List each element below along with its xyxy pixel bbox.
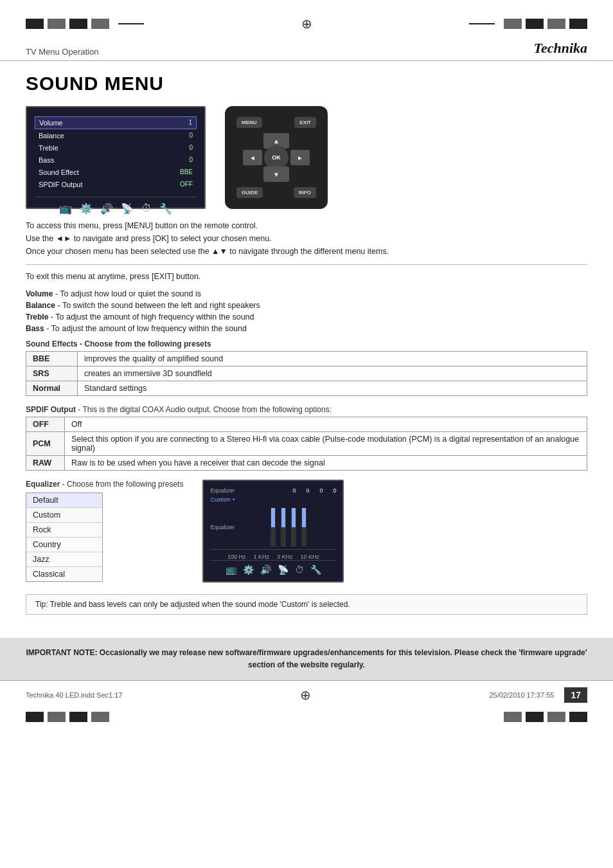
page-number: 17: [564, 687, 587, 703]
eq-val-1: 0: [292, 487, 296, 494]
reg-block-2: [48, 19, 66, 29]
list-item: Classical: [26, 567, 102, 581]
tv-menu-value-balance: 0: [189, 132, 193, 140]
reg-block-8: [569, 19, 587, 29]
normal-desc: Standard settings: [78, 381, 587, 396]
remote-top-row: MENU EXIT: [231, 117, 321, 128]
list-item: Country: [26, 538, 102, 552]
eq-icon-6: 🔧: [310, 565, 321, 575]
reg-mark-bottom-right: [504, 712, 587, 722]
reg-block-7: [547, 19, 565, 29]
instruction-line3: Once your chosen menu has been selected …: [26, 245, 587, 258]
tv-menu-item-soundeffect: Sound Effect BBE: [35, 167, 197, 178]
eq-icon-5: ⏱: [295, 565, 304, 575]
table-row: SRS creates an immersive 3D soundfield: [26, 366, 587, 381]
bbe-option: BBE: [26, 352, 78, 366]
tip-box: Tip: Treble and bass levels can only be …: [26, 594, 587, 615]
tip-text: Tip: Treble and bass levels can only be …: [35, 600, 350, 609]
eq-val-3: 0: [319, 487, 323, 494]
tv-menu-value-spdif: OFF: [180, 181, 193, 188]
list-item: Default: [26, 493, 102, 508]
reg-line-left: [118, 23, 144, 24]
off-desc: Off: [65, 417, 587, 432]
table-row: BBE improves the quality of amplified so…: [26, 352, 587, 366]
tv-icon-6: 🔧: [159, 203, 172, 215]
eq-bar-1khz: [281, 508, 286, 547]
footer-file: Technika 40 LED.indd Sec1:17: [26, 691, 122, 699]
freq-10khz: 10 KHz: [300, 554, 319, 560]
freq-100hz: 100 Hz: [227, 554, 246, 560]
eq-screen-top: Equalizer 0 0 0 0: [210, 487, 336, 494]
right-button: ►: [290, 150, 310, 165]
feature-bass: Bass - To adjust the amount of low frequ…: [26, 324, 587, 333]
divider-1: [26, 264, 587, 265]
footer-right: 25/02/2010 17:37:55 17: [489, 687, 587, 703]
table-row: PCM Select this option if you are connec…: [26, 432, 587, 456]
tv-menu-item-volume: Volume 1: [35, 116, 197, 129]
remote-bottom-row: GUIDE INFO: [231, 187, 321, 198]
reg-block-b4: [91, 712, 109, 722]
table-row: OFF Off: [26, 417, 587, 432]
feature-balance-label: Balance: [26, 301, 55, 310]
eq-bars-side-label: Equalizer: [210, 524, 235, 530]
eq-bar-fill-3: [292, 508, 296, 527]
tv-icon-3: 🔊: [100, 203, 113, 215]
brand-logo: Technika: [533, 40, 587, 57]
feature-treble-label: Treble: [26, 312, 48, 321]
reg-block-b3: [69, 712, 87, 722]
eq-bar-fill-2: [281, 508, 285, 527]
eq-header: Equalizer - Choose from the following pr…: [26, 480, 183, 489]
reg-crosshair-bottom: [298, 687, 314, 703]
reg-block-1: [26, 19, 44, 29]
eq-header-desc: - Choose from the following presets: [62, 480, 184, 489]
reg-block-b7: [547, 712, 565, 722]
eq-bar-fill-1: [271, 508, 275, 527]
tv-menu-value-soundeffect: BBE: [180, 168, 193, 176]
reg-block-6: [526, 19, 544, 29]
eq-values: 0 0 0 0: [292, 487, 336, 494]
reg-block-b5: [504, 712, 522, 722]
tv-menu-label-spdif: SPDIF Output: [39, 181, 82, 188]
footer: Technika 40 LED.indd Sec1:17 25/02/2010 …: [0, 680, 613, 709]
eq-icon-2: ⚙️: [243, 565, 254, 575]
feature-bass-label: Bass: [26, 324, 44, 333]
eq-icon-1: 📺: [226, 565, 236, 575]
srs-desc: creates an immersive 3D soundfield: [78, 366, 587, 381]
instructions: To access this menu, press [MENU] button…: [26, 219, 587, 258]
tv-menu-value-volume: 1: [188, 119, 192, 127]
reg-line-right: [469, 23, 495, 24]
tv-menu-item-spdif: SPDIF Output OFF: [35, 179, 197, 190]
reg-block-4: [91, 19, 109, 29]
reg-block-b1: [26, 712, 44, 722]
page-title: SOUND MENU: [26, 73, 587, 95]
list-item: Rock: [26, 523, 102, 538]
down-button: ▼: [263, 167, 289, 182]
eq-label: Equalizer: [26, 480, 60, 489]
eq-icon-3: 🔊: [260, 565, 271, 575]
tv-menu-value-bass: 0: [189, 156, 193, 164]
guide-button: GUIDE: [236, 187, 263, 198]
tv-menu-label-balance: Balance: [39, 132, 64, 140]
feature-volume: Volume - To adjust how loud or quiet the…: [26, 289, 587, 298]
tv-menu-screenshot: Volume 1 Balance 0 Treble 0 Bass 0 Sound…: [26, 106, 206, 209]
eq-bar-track-2: [281, 508, 286, 547]
pcm-desc: Select this option if you are connecting…: [65, 432, 587, 456]
list-item: Custom: [26, 508, 102, 523]
remote-nav: ▲ ◄ OK ► ▼: [243, 133, 310, 182]
footer-date: 25/02/2010 17:37:55: [489, 691, 554, 699]
tv-menu-item-bass: Bass 0: [35, 154, 197, 166]
subtitle-text: TV Menu Operation: [26, 47, 98, 57]
eq-bars: [240, 508, 336, 547]
feature-volume-label: Volume: [26, 289, 53, 298]
reg-block-b6: [526, 712, 544, 722]
sound-effects-table: BBE improves the quality of amplified so…: [26, 351, 587, 396]
eq-list: Default Custom Rock Country Jazz Classic…: [26, 493, 103, 582]
tv-icon-1: 📺: [59, 203, 72, 215]
eq-screenshot: Equalizer 0 0 0 0 Custom + Equalizer: [202, 480, 344, 583]
equalizer-section: Equalizer - Choose from the following pr…: [26, 480, 587, 583]
feature-list: Volume - To adjust how loud or quiet the…: [26, 289, 587, 333]
bbe-desc: improves the quality of amplified sound: [78, 352, 587, 366]
eq-bar-3khz: [291, 508, 296, 547]
info-button: INFO: [294, 187, 316, 198]
eq-bar-fill-4: [302, 508, 306, 527]
